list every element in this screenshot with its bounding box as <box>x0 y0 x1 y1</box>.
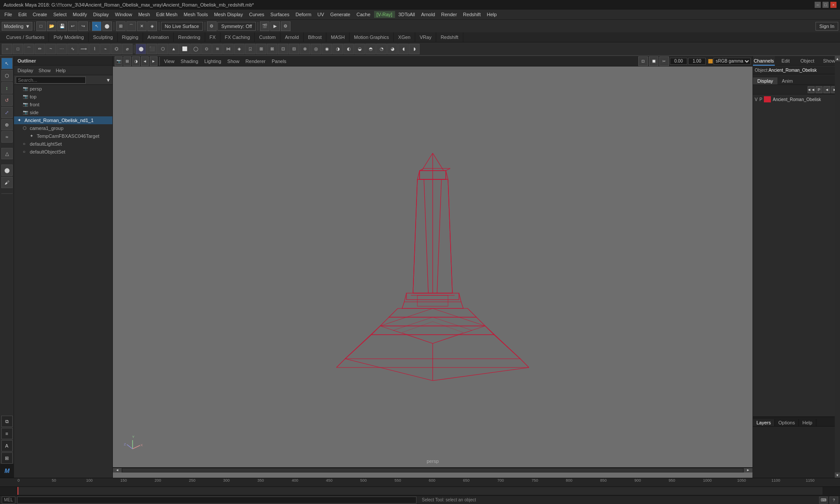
help-icon[interactable]: ? <box>830 497 838 504</box>
rp-ctrl-3[interactable]: ◄ <box>823 86 830 93</box>
tab-xgen[interactable]: XGen <box>394 32 415 42</box>
paint-tool[interactable]: 🖌 <box>1 177 13 188</box>
window-controls[interactable]: – □ × <box>815 2 836 8</box>
shelf-curve-tool1[interactable]: ⟿ <box>78 44 89 54</box>
shelf-surface17[interactable]: ◕ <box>387 44 398 54</box>
tab-arnold[interactable]: Arnold <box>280 32 304 42</box>
shelf-cv-curve[interactable]: ∿ <box>67 44 78 54</box>
viewport-cam-button[interactable]: 📷 <box>115 56 122 66</box>
shelf-curve-tool3[interactable]: ⌁ <box>100 44 111 54</box>
shelf-surface1[interactable]: ≋ <box>212 44 223 54</box>
viewport-shading-button[interactable]: ◑ <box>132 56 140 66</box>
snap-grid-button[interactable]: ⊞ <box>116 21 126 31</box>
tab-bifrost[interactable]: Bifrost <box>304 32 326 42</box>
shelf-surface15[interactable]: ◓ <box>365 44 376 54</box>
display-layers-toggle[interactable]: ≡ <box>1 428 13 439</box>
menu-cache[interactable]: Cache <box>354 11 373 18</box>
outliner-item-default-light-set[interactable]: ○ defaultLightSet <box>14 140 112 148</box>
show-manip-tool[interactable]: △ <box>1 148 13 159</box>
universal-manip[interactable]: ⊕ <box>1 119 13 130</box>
tab-poly-modeling[interactable]: Poly Modeling <box>49 32 88 42</box>
menu-window[interactable]: Window <box>112 11 135 18</box>
render-settings-button[interactable]: ⚙ <box>281 21 290 31</box>
tab-rigging[interactable]: Rigging <box>118 32 143 42</box>
scroll-up-button[interactable]: ▲ <box>835 56 840 61</box>
menu-redshift[interactable]: Redshift <box>460 11 483 18</box>
shelf-sphere[interactable]: ⬤ <box>136 44 146 54</box>
menu-vray[interactable]: [V-Ray] <box>374 11 395 18</box>
shelf-bezier[interactable]: ~ <box>46 44 56 54</box>
menu-arnold[interactable]: Arnold <box>418 11 438 18</box>
tab-fx[interactable]: FX <box>205 32 220 42</box>
outliner-item-default-object-set[interactable]: ○ defaultObjectSet <box>14 148 112 156</box>
toolbox-toggle[interactable]: ⊞ <box>1 452 13 464</box>
vp-menu-view[interactable]: View <box>161 58 177 65</box>
anim-tab[interactable]: Anim <box>777 77 797 84</box>
script-editor-button[interactable]: ⌨ <box>819 497 828 504</box>
menu-edit-mesh[interactable]: Edit Mesh <box>154 11 180 18</box>
move-tool[interactable]: ↕ <box>1 82 13 94</box>
lasso-select-button[interactable]: ⬤ <box>102 21 112 31</box>
tab-rendering[interactable]: Rendering <box>174 32 205 42</box>
shelf-surface7[interactable]: ⊡ <box>278 44 288 54</box>
shelf-curve-tool5[interactable]: ⌀ <box>122 44 133 54</box>
shelf-surface16[interactable]: ◔ <box>376 44 387 54</box>
menu-mesh-tools[interactable]: Mesh Tools <box>181 11 210 18</box>
layers-tab[interactable]: Layers <box>753 419 775 426</box>
vp-clipping-button[interactable]: ✂ <box>659 56 669 66</box>
menu-help[interactable]: Help <box>484 11 500 18</box>
attribute-editor[interactable]: A <box>1 440 13 452</box>
outliner-item-obelisk[interactable]: ✦ Ancient_Roman_Obelisk_nd1_1 <box>14 116 112 124</box>
menu-mesh-display[interactable]: Mesh Display <box>211 11 245 18</box>
viewport-prev-button[interactable]: ◄ <box>141 56 149 66</box>
gamma-select[interactable]: sRGB gamma <box>714 58 751 65</box>
shelf-circle[interactable]: ○ <box>2 44 12 54</box>
vp-isolate-button[interactable]: ⊡ <box>638 56 648 66</box>
new-scene-button[interactable]: □ <box>36 21 46 31</box>
help-tab[interactable]: Help <box>799 419 816 426</box>
shelf-curve-tool4[interactable]: ⌬ <box>111 44 122 54</box>
shelf-surface9[interactable]: ⊗ <box>300 44 310 54</box>
viewport-next-button[interactable]: ► <box>150 56 158 66</box>
tab-curves-surfaces[interactable]: Curves / Surfaces <box>2 32 49 42</box>
outliner-item-tempcam[interactable]: ✦ TempCamFBXASC046Target <box>14 132 112 140</box>
snap-surface-button[interactable]: ◈ <box>147 21 157 31</box>
shelf-pencil[interactable]: ✏ <box>35 44 45 54</box>
shelf-arc[interactable]: ⌒ <box>24 44 34 54</box>
vp-menu-show[interactable]: Show <box>225 58 242 65</box>
menu-uv[interactable]: UV <box>315 11 327 18</box>
menu-select[interactable]: Select <box>51 11 70 18</box>
mode-dropdown-icon[interactable]: ▼ <box>25 24 30 29</box>
menu-render[interactable]: Render <box>438 11 459 18</box>
tab-mash[interactable]: MASH <box>326 32 350 42</box>
rotate-tool[interactable]: ↺ <box>1 94 13 106</box>
menu-surfaces[interactable]: Surfaces <box>268 11 292 18</box>
snap-point-button[interactable]: ✕ <box>137 21 147 31</box>
shelf-surface3[interactable]: ◈ <box>234 44 245 54</box>
outliner-item-camera-group[interactable]: ⬡ camera1_group <box>14 124 112 132</box>
shelf-cone[interactable]: ▲ <box>168 44 179 54</box>
menu-display[interactable]: Display <box>91 11 112 18</box>
rp-ctrl-2[interactable]: P <box>816 86 822 93</box>
options-tab[interactable]: Options <box>775 419 799 426</box>
shelf-surface14[interactable]: ◒ <box>354 44 365 54</box>
vp-menu-panels[interactable]: Panels <box>269 58 289 65</box>
maximize-button[interactable]: □ <box>822 2 829 8</box>
shelf-torus[interactable]: ◯ <box>190 44 201 54</box>
menu-create[interactable]: Create <box>30 11 50 18</box>
soft-mod-tool[interactable]: ≈ <box>1 131 13 143</box>
tab-channels[interactable]: Channels <box>753 56 775 66</box>
shelf-surface12[interactable]: ◑ <box>332 44 343 54</box>
open-scene-button[interactable]: 📂 <box>47 21 56 31</box>
redo-button[interactable]: ↪ <box>78 21 88 31</box>
shelf-surface10[interactable]: ◎ <box>311 44 321 54</box>
snap-curve-button[interactable]: ⌒ <box>126 21 136 31</box>
display-tab[interactable]: Display <box>753 77 777 84</box>
vp-menu-shading[interactable]: Shading <box>178 58 201 65</box>
menu-mesh[interactable]: Mesh <box>136 11 153 18</box>
minimize-button[interactable]: – <box>815 2 821 8</box>
save-scene-button[interactable]: 💾 <box>57 21 67 31</box>
shelf-curve-tool2[interactable]: ⌇ <box>89 44 100 54</box>
menu-edit[interactable]: Edit <box>16 11 29 18</box>
tab-object[interactable]: Object <box>797 56 819 66</box>
